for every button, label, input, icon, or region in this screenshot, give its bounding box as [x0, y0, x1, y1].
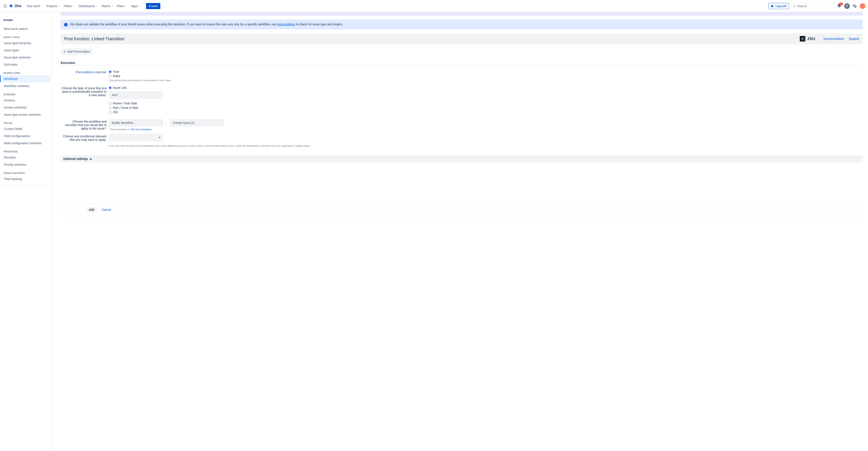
sidebar-divider: [2, 185, 50, 185]
svg-point-2: [6, 5, 7, 5]
nav-item-plans[interactable]: Plans: [115, 3, 129, 9]
link-type-select[interactable]: ANY: [109, 91, 163, 99]
search-icon: [793, 5, 796, 8]
page-title: Post function: Linked Transition: [64, 36, 800, 41]
sidebar-item-screens[interactable]: Screens: [2, 97, 50, 104]
cancel-link[interactable]: Cancel: [102, 208, 111, 212]
sidebar-section-workflows: WORKFLOWS: [2, 68, 50, 75]
sidebar-item-issue-type-screen-schemes[interactable]: Issue type screen schemes: [2, 111, 50, 118]
sidebar-item-new-issue-search[interactable]: New issue search: [2, 25, 50, 32]
sidebar-item-screen-schemes[interactable]: Screen schemes: [2, 104, 50, 111]
transition-select[interactable]: Create Issue (1): [170, 119, 224, 127]
svg-point-8: [6, 7, 7, 7]
radio-false[interactable]: False: [109, 74, 326, 78]
radio-jql[interactable]: JQL: [109, 110, 326, 114]
sidebar-item-field-configuration-schemes[interactable]: Field configuration schemes: [2, 140, 50, 147]
create-button[interactable]: Create: [146, 3, 160, 9]
issue-type-label: Choose the type of issue that you want t…: [61, 86, 109, 97]
radio-parent-subtask[interactable]: Parent / Sub-Task: [109, 101, 326, 105]
banner-post: to check for issue type and project.: [295, 23, 343, 26]
jsu-doc-link[interactable]: JSU Documentation.: [130, 128, 152, 131]
preconditions-link[interactable]: preconditions: [277, 23, 295, 26]
sidebar-item-issue-type-hierarchy[interactable]: Issue type hierarchy: [2, 40, 50, 46]
upgrade-button[interactable]: Upgrade: [768, 3, 789, 9]
radio-issue-link-label: Issue Link: [113, 86, 127, 90]
search-box[interactable]: [791, 3, 835, 9]
info-text: JSU does not validate the workflow of yo…: [70, 23, 343, 26]
nav-item-your-work[interactable]: Your work: [25, 3, 44, 9]
chevron-up-icon: [90, 158, 92, 160]
jsu-brand-text: JSU: [807, 37, 815, 41]
sidebar-item-workflow-schemes[interactable]: Workflow schemes: [2, 83, 50, 90]
preconditions-label-link[interactable]: Preconditions: [76, 70, 94, 74]
radio-issue-link-input[interactable]: [109, 87, 112, 89]
sidebar-item-priority-schemes[interactable]: Priority schemes: [2, 161, 50, 168]
conditional-statuses-help: If you only want the issue to be transit…: [109, 144, 326, 147]
top-nav: Jira Your workProjectsFiltersDashboardsT…: [0, 0, 868, 12]
radio-parent-input[interactable]: [109, 102, 112, 105]
app-switcher-icon[interactable]: [3, 3, 8, 9]
execution-divider: [61, 65, 863, 66]
support-link[interactable]: Support: [849, 37, 859, 40]
sidebar-item-sub-tasks[interactable]: Sub-tasks: [2, 61, 50, 68]
radio-true[interactable]: True: [109, 69, 326, 74]
radio-epic-input[interactable]: [109, 106, 112, 109]
add-precondition-button[interactable]: Add Precondition: [61, 48, 93, 55]
radio-false-input[interactable]: [109, 75, 112, 77]
workflow-select[interactable]: Builds Workflow: [109, 119, 163, 127]
conditional-statuses-label: Choose any conditional statuses that you…: [61, 134, 109, 141]
radio-true-input[interactable]: [109, 70, 112, 73]
sidebar-item-time-tracking[interactable]: Time tracking: [2, 175, 50, 183]
sidebar-item-workflows[interactable]: Workflows: [2, 75, 50, 82]
preconditions-suffix: must be:: [94, 70, 106, 74]
sidebar-item-issue-types[interactable]: Issue types: [2, 47, 50, 54]
sidebar-section-priorities: PRIORITIES: [2, 147, 50, 154]
radio-true-label: True: [113, 70, 119, 73]
sidebar-section-issue-features: ISSUE FEATURES: [2, 168, 50, 175]
radio-false-label: False: [113, 74, 120, 78]
nav-item-filters[interactable]: Filters: [62, 3, 77, 9]
sidebar-item-field-configurations[interactable]: Field configurations: [2, 133, 50, 139]
page-header: Post function: Linked Transition JSU Doc…: [61, 33, 863, 44]
svg-point-0: [4, 5, 4, 5]
nav-item-projects[interactable]: Projects: [44, 3, 62, 9]
add-button[interactable]: Add: [86, 207, 97, 213]
gear-icon: [852, 4, 857, 8]
sidebar-section-issue-types: ISSUE TYPES: [2, 32, 50, 39]
radio-epic[interactable]: Epic / Issue in Epic: [109, 105, 326, 110]
nav-item-dashboards[interactable]: Dashboards: [77, 3, 100, 9]
nav-item-teams[interactable]: Teams: [100, 3, 115, 9]
sidebar-item-priorities[interactable]: Priorities: [2, 154, 50, 161]
plus-icon: [63, 50, 66, 53]
settings-button[interactable]: [852, 3, 858, 9]
sidebar-item-custom-fields[interactable]: Custom fields: [2, 125, 50, 132]
add-precondition-label: Add Precondition: [67, 50, 90, 53]
workflow-label-text: Choose the workflow and transition that …: [65, 120, 106, 130]
main-content: i JSU does not validate the workflow of …: [52, 12, 868, 451]
sidebar-item-issue-type-schemes[interactable]: Issue type schemes: [2, 54, 50, 61]
nav-item-apps[interactable]: Apps: [129, 3, 143, 9]
workflow-note-pre: * See instructions in: [109, 128, 130, 131]
optional-settings-toggle[interactable]: Optional settings: [61, 155, 863, 162]
conditional-statuses-select[interactable]: [109, 134, 163, 141]
preconditions-help: Only perform this post function if preco…: [109, 79, 326, 82]
sidebar-section-screens: SCREENS: [2, 90, 50, 97]
documentation-link[interactable]: Documentation: [824, 37, 844, 40]
user-avatar[interactable]: [860, 3, 865, 9]
svg-point-4: [5, 6, 6, 6]
radio-parent-label: Parent / Sub-Task: [113, 102, 137, 105]
svg-line-10: [795, 6, 796, 7]
svg-point-9: [794, 5, 795, 6]
svg-point-6: [4, 7, 4, 7]
help-button[interactable]: ?: [844, 3, 850, 9]
search-input[interactable]: [797, 4, 833, 8]
info-banner: i JSU does not validate the workflow of …: [61, 20, 863, 29]
sidebar-title: Issues: [2, 17, 50, 25]
upgrade-label: Upgrade: [775, 4, 787, 8]
jira-logo[interactable]: Jira: [9, 4, 21, 8]
radio-jql-input[interactable]: [109, 111, 112, 114]
radio-issue-link[interactable]: Issue Link: [109, 86, 326, 90]
notifications-button[interactable]: 9+: [837, 3, 842, 9]
radio-epic-label: Epic / Issue in Epic: [113, 106, 138, 109]
row-issue-type: Choose the type of issue that you want t…: [61, 86, 863, 118]
